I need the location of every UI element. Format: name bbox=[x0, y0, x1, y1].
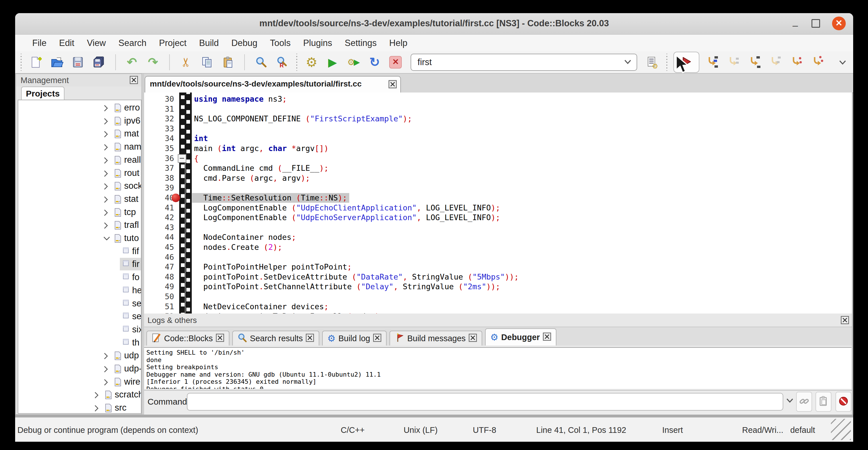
close-icon[interactable] bbox=[306, 333, 314, 343]
find-button[interactable] bbox=[254, 54, 268, 70]
chevron-down-icon[interactable] bbox=[102, 234, 111, 244]
menu-help[interactable]: Help bbox=[389, 38, 407, 48]
tree-item-fo[interactable]: fo bbox=[18, 271, 141, 284]
replace-button[interactable]: R bbox=[275, 54, 289, 70]
save-button[interactable] bbox=[71, 54, 85, 70]
code-line-37[interactable]: 37 CommandLine cmd (__FILE__); bbox=[144, 163, 852, 173]
tree-item-se[interactable]: se bbox=[18, 297, 141, 310]
tree-item-th[interactable]: th bbox=[18, 336, 141, 350]
chevron-right-icon[interactable] bbox=[93, 391, 100, 401]
minimize-button[interactable]: – bbox=[791, 18, 800, 29]
code-line-43[interactable]: 43 bbox=[144, 223, 852, 233]
fold-marker[interactable] bbox=[178, 154, 186, 163]
code-editor[interactable]: 30using namespace ns3;3132NS_LOG_COMPONE… bbox=[144, 92, 852, 313]
tab-projects[interactable]: Projects bbox=[21, 87, 64, 100]
menu-debug[interactable]: Debug bbox=[231, 38, 257, 48]
step-out-button[interactable] bbox=[768, 54, 782, 70]
close-icon[interactable] bbox=[216, 333, 224, 343]
chevron-right-icon[interactable] bbox=[102, 143, 109, 153]
tree-item-src[interactable]: src bbox=[18, 401, 141, 414]
save-all-button[interactable] bbox=[92, 54, 106, 70]
build-target-options-button[interactable]: ⚙ bbox=[645, 54, 659, 70]
close-icon[interactable] bbox=[373, 333, 381, 343]
tree-item-stat[interactable]: stat bbox=[18, 193, 141, 206]
code-line-32[interactable]: 32NS_LOG_COMPONENT_DEFINE ("FirstScriptE… bbox=[144, 114, 852, 124]
run-button[interactable]: ▶ bbox=[326, 54, 340, 70]
code-line-30[interactable]: 30using namespace ns3; bbox=[144, 94, 852, 104]
code-line-38[interactable]: 38 cmd.Parse (argc, argv); bbox=[144, 173, 852, 183]
tree-item-scratch[interactable]: scratch bbox=[18, 388, 141, 401]
stop-debugger-button[interactable] bbox=[835, 392, 851, 412]
logs-tab-build-log[interactable]: ⚙Build log bbox=[322, 331, 386, 346]
menu-search[interactable]: Search bbox=[118, 38, 146, 48]
run-to-cursor-button[interactable] bbox=[705, 54, 719, 70]
next-line-button[interactable] bbox=[726, 54, 740, 70]
menu-file[interactable]: File bbox=[32, 38, 46, 48]
code-line-40[interactable]: 40 Time::SetResolution (Time::NS); bbox=[144, 193, 852, 203]
tree-item-rout[interactable]: rout bbox=[18, 167, 141, 180]
chevron-right-icon[interactable] bbox=[102, 182, 109, 192]
code-line-42[interactable]: 42 LogComponentEnable ("UdpEchoServerApp… bbox=[144, 213, 852, 223]
code-line-31[interactable]: 31 bbox=[144, 104, 852, 114]
close-icon[interactable] bbox=[129, 76, 138, 85]
menu-settings[interactable]: Settings bbox=[345, 38, 377, 48]
redo-button[interactable]: ↷ bbox=[146, 54, 160, 70]
code-line-41[interactable]: 41 LogComponentEnable ("UdpEchoClientApp… bbox=[144, 203, 852, 213]
tree-item-fif[interactable]: fif bbox=[18, 245, 141, 258]
abort-button[interactable]: ✕ bbox=[389, 54, 403, 70]
code-line-48[interactable]: 48 pointToPoint.SetDeviceAttribute ("Dat… bbox=[144, 272, 852, 282]
chevron-right-icon[interactable] bbox=[102, 378, 109, 388]
code-line-47[interactable]: 47 PointToPointHelper pointToPoint; bbox=[144, 262, 852, 272]
next-instruction-button[interactable] bbox=[789, 54, 803, 70]
chevron-right-icon[interactable] bbox=[102, 130, 109, 140]
chevron-right-icon[interactable] bbox=[102, 352, 109, 362]
resize-grip[interactable] bbox=[831, 419, 851, 440]
tree-item-reall[interactable]: reall bbox=[18, 154, 141, 167]
tree-item-mat[interactable]: mat bbox=[18, 127, 141, 141]
chevron-right-icon[interactable] bbox=[102, 117, 109, 127]
paste-button[interactable] bbox=[221, 54, 235, 70]
tree-item-sock[interactable]: sock bbox=[18, 180, 141, 193]
toolbar-grip[interactable] bbox=[20, 54, 23, 71]
code-line-33[interactable]: 33 bbox=[144, 124, 852, 134]
chevron-right-icon[interactable] bbox=[102, 208, 109, 218]
close-icon[interactable] bbox=[543, 332, 551, 342]
toolbar-grip[interactable] bbox=[665, 54, 668, 71]
toolbar-overflow-button[interactable] bbox=[836, 54, 849, 70]
tree-item-tuto[interactable]: tuto bbox=[18, 232, 141, 245]
step-into-button[interactable] bbox=[748, 54, 761, 70]
tree-item-nam[interactable]: nam bbox=[18, 141, 141, 154]
close-icon[interactable] bbox=[841, 316, 849, 326]
maximize-button[interactable] bbox=[811, 19, 820, 28]
command-input[interactable] bbox=[187, 393, 783, 411]
chevron-right-icon[interactable] bbox=[102, 156, 109, 166]
copy-output-button[interactable] bbox=[815, 392, 832, 412]
rebuild-button[interactable]: ↻ bbox=[368, 54, 381, 70]
code-line-52[interactable]: 52 devices = pointToPoint.Install (nodes… bbox=[144, 311, 852, 313]
code-line-44[interactable]: 44 NodeContainer nodes; bbox=[144, 233, 852, 242]
code-line-35[interactable]: 35main (int argc, char *argv[]) bbox=[144, 144, 852, 154]
cut-button[interactable]: ✂ bbox=[179, 54, 193, 70]
chevron-right-icon[interactable] bbox=[102, 195, 109, 205]
logs-tab-search-results[interactable]: Search results bbox=[232, 331, 319, 346]
chevron-down-icon[interactable] bbox=[785, 397, 794, 405]
code-line-34[interactable]: 34int bbox=[144, 133, 852, 144]
breakpoint-marker[interactable] bbox=[172, 193, 180, 202]
menu-tools[interactable]: Tools bbox=[270, 38, 290, 48]
tree-item-udp[interactable]: udp bbox=[18, 349, 141, 362]
build-and-run-button[interactable]: ⚙▶ bbox=[347, 54, 361, 70]
chevron-down-icon[interactable] bbox=[623, 58, 632, 66]
menu-project[interactable]: Project bbox=[159, 38, 186, 48]
copy-button[interactable] bbox=[200, 54, 214, 70]
toolbar-grip[interactable] bbox=[295, 54, 298, 71]
tree-item-fir[interactable]: fir bbox=[18, 258, 141, 271]
logs-tab-debugger[interactable]: ⚙Debugger bbox=[485, 328, 556, 346]
menu-edit[interactable]: Edit bbox=[59, 38, 74, 48]
logs-tab-code-blocks[interactable]: Code::Blocks bbox=[146, 331, 229, 346]
tree-item-he[interactable]: he bbox=[18, 284, 141, 297]
tree-item-erro[interactable]: erro bbox=[18, 101, 141, 115]
tree-item-tcp[interactable]: tcp bbox=[18, 206, 141, 219]
code-line-51[interactable]: 51 NetDeviceContainer devices; bbox=[144, 302, 852, 312]
chevron-right-icon[interactable] bbox=[102, 365, 109, 375]
tree-item-ipv6[interactable]: ipv6 bbox=[18, 115, 141, 128]
